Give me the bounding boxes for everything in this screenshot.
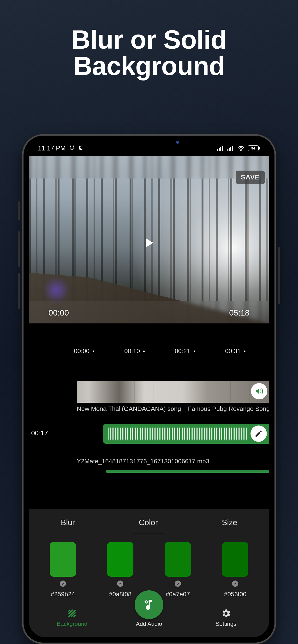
promo-title: Blur or Solid Background <box>0 0 298 79</box>
alarm-icon <box>69 145 75 152</box>
check-icon <box>232 580 238 587</box>
color-swatch[interactable] <box>222 542 248 577</box>
audio-clip[interactable] <box>103 424 269 444</box>
background-panel: Blur Color Size #259b24 #0a8f08 <box>29 509 269 637</box>
bg-tabs: Blur Color Size <box>29 516 269 530</box>
svg-text:94: 94 <box>251 146 255 150</box>
color-swatch-item[interactable]: #0a8f08 <box>107 542 133 598</box>
svg-point-11 <box>240 150 241 150</box>
app-screen: 11:17 PM 94 <box>29 141 269 637</box>
phone-side-button <box>278 247 280 304</box>
gear-icon <box>221 608 231 618</box>
nav-label: Settings <box>215 620 236 627</box>
signal-icon <box>217 146 224 151</box>
color-swatch[interactable] <box>50 542 76 577</box>
tab-color[interactable]: Color <box>129 516 168 530</box>
color-swatch-item[interactable]: #259b24 <box>50 542 76 598</box>
tab-blur[interactable]: Blur <box>51 516 84 530</box>
nav-label: Background <box>57 620 87 627</box>
svg-rect-3 <box>217 149 218 151</box>
swatch-label: #056f00 <box>224 590 246 598</box>
lens-flare <box>43 277 70 303</box>
timeline-tick: 00:10 <box>124 348 145 355</box>
playhead-time: 00:17 <box>31 429 48 437</box>
swatch-label: #259b24 <box>51 590 75 598</box>
check-icon <box>175 580 181 587</box>
audio-waveform <box>108 427 248 440</box>
nav-background[interactable]: Background <box>46 608 98 627</box>
audio-track[interactable]: 00:17 <box>29 424 269 444</box>
video-current-time: 00:00 <box>49 308 69 318</box>
color-swatch-item[interactable]: #0a7e07 <box>165 542 191 598</box>
video-track-label: New Mona Thali(GANDAGANA) song _ Famous … <box>77 405 269 412</box>
color-swatch-item[interactable]: #056f00 <box>222 542 248 598</box>
color-swatch[interactable] <box>107 542 133 577</box>
nav-label: Add Audio <box>136 620 162 627</box>
phone-side-button <box>18 231 20 267</box>
timeline-ticks: 00:00 00:10 00:21 00:31 00:4 <box>29 348 269 355</box>
blur-band <box>29 156 269 178</box>
phone-side-button <box>18 201 20 220</box>
timeline[interactable]: 00:00 00:10 00:21 00:31 00:4 New Mona Th… <box>29 324 269 473</box>
swatch-label: #0a8f08 <box>109 590 131 598</box>
video-clip[interactable] <box>77 381 269 403</box>
battery-icon: 94 <box>248 146 260 151</box>
add-audio-fab[interactable] <box>135 590 163 619</box>
bottom-nav: Background Add Audio Settings <box>29 605 269 637</box>
timeline-tick: 00:31 <box>225 348 245 355</box>
svg-rect-6 <box>222 146 223 151</box>
audio-file-label: Y2Mate_1648187131776_1671301006617.mp3 <box>77 458 269 465</box>
save-button[interactable]: SAVE <box>236 170 265 184</box>
svg-rect-13 <box>259 147 260 150</box>
color-swatch[interactable] <box>165 542 191 577</box>
video-duration: 05:18 <box>229 308 249 318</box>
check-icon <box>117 580 123 587</box>
phone-frame: 11:17 PM 94 <box>22 134 276 644</box>
playhead-line[interactable] <box>77 377 77 468</box>
svg-rect-9 <box>230 147 231 151</box>
phone-notch <box>106 136 192 147</box>
video-track[interactable]: New Mona Thali(GANDAGANA) song _ Famous … <box>77 381 269 412</box>
moon-icon <box>78 145 83 152</box>
nav-settings[interactable]: Settings <box>200 608 252 627</box>
svg-rect-7 <box>227 149 228 151</box>
background-icon <box>67 608 77 618</box>
svg-rect-10 <box>232 146 233 151</box>
tab-size[interactable]: Size <box>212 516 247 530</box>
signal-icon <box>227 146 234 151</box>
timeline-tick: 00:21 <box>175 348 195 355</box>
volume-icon[interactable] <box>251 383 267 400</box>
status-time: 11:17 PM <box>38 145 66 152</box>
wifi-icon <box>238 146 244 151</box>
audio-clip-2[interactable] <box>106 470 269 473</box>
check-icon <box>60 580 66 587</box>
svg-rect-4 <box>219 148 220 151</box>
edit-icon[interactable] <box>250 426 267 442</box>
phone-side-button <box>18 273 20 309</box>
timeline-tick: 00:00 <box>74 348 94 355</box>
play-icon[interactable] <box>143 237 155 250</box>
video-preview[interactable]: SAVE 00:00 05:18 <box>29 156 269 324</box>
svg-rect-5 <box>220 147 221 151</box>
svg-point-15 <box>145 601 147 603</box>
swatch-label: #0a7e07 <box>166 590 190 598</box>
svg-rect-8 <box>229 148 230 151</box>
svg-point-2 <box>80 146 83 149</box>
